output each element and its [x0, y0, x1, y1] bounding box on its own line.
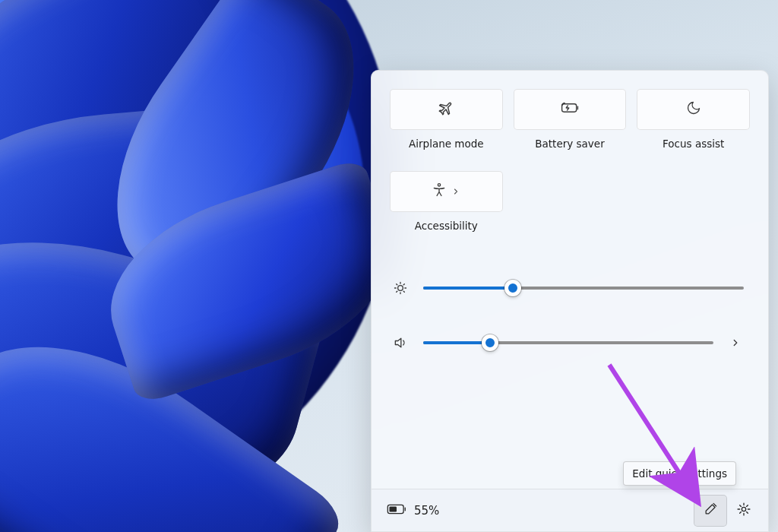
quick-settings-panel: Airplane mode Battery saver — [371, 70, 769, 532]
volume-slider-row — [391, 335, 744, 350]
brightness-slider-thumb[interactable] — [504, 280, 521, 296]
edit-quick-settings-button[interactable] — [694, 495, 727, 527]
moon-icon — [686, 100, 701, 119]
accessibility-label: Accessibility — [415, 220, 478, 232]
battery-status[interactable]: 55% — [387, 503, 439, 518]
brightness-icon — [391, 280, 410, 296]
brightness-slider-row — [391, 280, 744, 296]
gear-icon — [736, 502, 751, 520]
accessibility-icon — [432, 182, 447, 201]
open-settings-button[interactable] — [727, 495, 761, 527]
svg-point-5 — [742, 507, 745, 511]
quick-settings-tiles: Airplane mode Battery saver — [372, 71, 768, 252]
svg-point-2 — [398, 286, 403, 291]
brightness-slider[interactable] — [423, 287, 744, 290]
battery-percent-label: 55% — [414, 504, 439, 518]
airplane-mode-toggle[interactable] — [390, 89, 503, 130]
battery-icon — [387, 503, 406, 518]
chevron-right-icon — [451, 185, 460, 199]
battery-saver-icon — [560, 101, 580, 118]
svg-rect-4 — [389, 506, 397, 511]
focus-assist-toggle[interactable] — [637, 89, 750, 130]
pencil-icon — [704, 502, 718, 519]
volume-slider-thumb[interactable] — [482, 334, 498, 351]
svg-point-1 — [438, 184, 441, 186]
edit-quick-settings-tooltip: Edit quick settings — [623, 461, 736, 486]
focus-assist-label: Focus assist — [663, 138, 724, 150]
airplane-icon — [438, 100, 454, 119]
speaker-icon — [391, 335, 410, 350]
airplane-mode-label: Airplane mode — [409, 138, 484, 150]
volume-slider[interactable] — [423, 341, 713, 344]
battery-saver-label: Battery saver — [535, 138, 604, 150]
sliders-section — [372, 252, 768, 489]
battery-saver-toggle[interactable] — [514, 89, 627, 130]
accessibility-toggle[interactable] — [390, 171, 503, 212]
volume-flyout-button[interactable] — [727, 337, 744, 348]
quick-settings-footer: 55% — [372, 489, 768, 531]
